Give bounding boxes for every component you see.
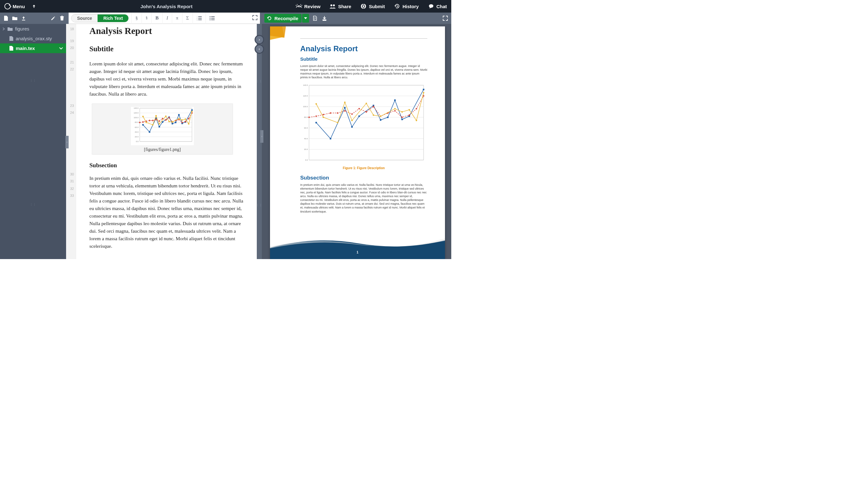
svg-point-3 [361, 4, 366, 9]
pv-para: In pretium enim dui, quis ornare odio va… [300, 183, 427, 213]
new-file-button[interactable] [2, 15, 10, 22]
svg-rect-29 [142, 124, 144, 126]
svg-point-42 [146, 122, 147, 123]
svg-rect-75 [358, 115, 360, 117]
editor-pane: 18 19 20 21 22 23 24 30 31 32 33 Analysi… [66, 24, 257, 259]
svg-point-51 [185, 118, 186, 120]
figure-placeholder[interactable]: 0.020.040.060.080.0100.0120.0140.0 [figu… [92, 103, 233, 154]
svg-point-50 [181, 120, 183, 121]
sync-forward-button[interactable]: › [256, 36, 263, 43]
review-button[interactable]: Ab Review [293, 2, 323, 11]
app-header: Menu John's Analysis Report Ab Review Sh… [0, 0, 451, 13]
rename-button[interactable] [50, 15, 57, 22]
menu-label: Menu [13, 4, 25, 9]
svg-point-91 [394, 108, 396, 109]
svg-rect-72 [330, 138, 331, 139]
display-math-button[interactable]: Σ [182, 13, 193, 24]
svg-point-86 [344, 101, 345, 103]
resize-handle-top[interactable]: ⋮⋮ [30, 79, 36, 82]
document-editor[interactable]: Analysis Report Subtitle Lorem ipsum dol… [76, 24, 257, 259]
svg-text:0.0: 0.0 [305, 159, 308, 161]
svg-rect-33 [162, 121, 163, 123]
pdf-fullscreen-button[interactable] [442, 15, 449, 22]
svg-rect-79 [394, 99, 396, 101]
header-rule [300, 38, 427, 39]
bullet-list-button[interactable] [206, 13, 218, 24]
sync-backward-button[interactable]: ‹ [256, 45, 263, 53]
source-mode-button[interactable]: Source [71, 14, 98, 22]
svg-point-84 [323, 116, 324, 118]
svg-point-9 [209, 16, 210, 17]
svg-text:100.0: 100.0 [134, 117, 139, 118]
chat-button[interactable]: Chat [426, 2, 449, 11]
italic-button[interactable]: I [163, 13, 172, 24]
svg-rect-40 [191, 109, 193, 111]
chevron-down-icon [59, 47, 63, 50]
share-button[interactable]: Share [327, 2, 353, 11]
svg-point-48 [172, 121, 173, 123]
svg-point-53 [191, 111, 193, 112]
recompile-dropdown[interactable] [302, 14, 309, 23]
sidebar-collapse-button[interactable]: ‹ [66, 136, 69, 149]
richtext-mode-button[interactable]: Rich Text [98, 14, 128, 22]
recompile-button[interactable]: Recompile [264, 14, 301, 23]
doc-para: In pretium enim dui, quis ornare odio va… [90, 174, 244, 250]
file-main[interactable]: main.tex [0, 43, 66, 53]
delete-button[interactable] [58, 15, 66, 22]
file-label: analysis_orax.sty [16, 36, 52, 41]
svg-text:140.0: 140.0 [303, 84, 308, 86]
svg-rect-77 [380, 119, 381, 121]
up-level-button[interactable] [29, 3, 39, 10]
upload-button[interactable] [20, 15, 27, 22]
pv-para: Lorem ipsum dolor sit amet, consectetur … [300, 64, 427, 80]
chat-icon [428, 3, 435, 10]
svg-rect-78 [387, 116, 389, 118]
folder-figures[interactable]: figures [0, 24, 66, 34]
svg-text:20.0: 20.0 [135, 136, 138, 138]
main-area: figures analysis_orax.sty main.tex ⋮⋮ ⋮⋮… [0, 24, 451, 259]
svg-point-41 [142, 116, 144, 117]
submit-button[interactable]: Submit [358, 2, 387, 11]
preview-collapse-button[interactable]: › [260, 130, 263, 143]
pv-title: Analysis Report [300, 44, 427, 53]
svg-point-93 [409, 109, 410, 110]
menu-button[interactable]: Menu [2, 2, 27, 11]
file-style[interactable]: analysis_orax.sty [0, 34, 66, 43]
doc-para: Lorem ipsum dolor sit amet, consectetur … [90, 60, 244, 98]
download-pdf-button[interactable] [321, 15, 328, 22]
chat-label: Chat [437, 4, 447, 9]
section-button[interactable]: § [131, 13, 142, 24]
logs-button[interactable] [312, 15, 318, 22]
svg-text:40.0: 40.0 [304, 138, 308, 140]
line-number: 32 [66, 187, 76, 193]
subsection-button[interactable]: § [142, 13, 152, 24]
pdf-preview[interactable]: Analysis Report Subtitle Lorem ipsum dol… [262, 24, 451, 259]
svg-rect-80 [401, 118, 403, 120]
doc-subtitle: Subtitle [90, 45, 244, 53]
svg-rect-35 [172, 123, 173, 125]
pv-subsection: Subsection [300, 175, 427, 181]
doc-title: Analysis Report [90, 26, 244, 36]
line-number: 19 [66, 39, 76, 45]
submit-label: Submit [369, 4, 385, 9]
project-title: John's Analysis Report [39, 4, 293, 9]
inline-math-button[interactable]: π [172, 13, 182, 24]
history-button[interactable]: History [392, 2, 421, 11]
bold-button[interactable]: B [152, 13, 163, 24]
svg-point-92 [401, 111, 403, 113]
resize-handle-bottom[interactable]: ⋮⋮ [30, 203, 36, 206]
submit-icon [360, 3, 367, 10]
line-number: 18 [66, 26, 76, 39]
file-label: main.tex [16, 46, 35, 51]
svg-rect-74 [351, 126, 353, 128]
svg-point-5 [429, 4, 433, 8]
new-folder-button[interactable] [11, 15, 18, 22]
numbered-list-button[interactable]: 123 [193, 13, 206, 24]
line-number: 31 [66, 179, 76, 187]
editor-fullscreen-button[interactable] [252, 15, 257, 20]
recompile-label: Recompile [274, 16, 298, 21]
folder-label: figures [15, 26, 29, 31]
pane-divider[interactable]: › ‹ ⋮⋮ ⋮⋮ › [257, 24, 262, 259]
svg-rect-28 [140, 108, 192, 141]
svg-rect-73 [344, 107, 345, 109]
